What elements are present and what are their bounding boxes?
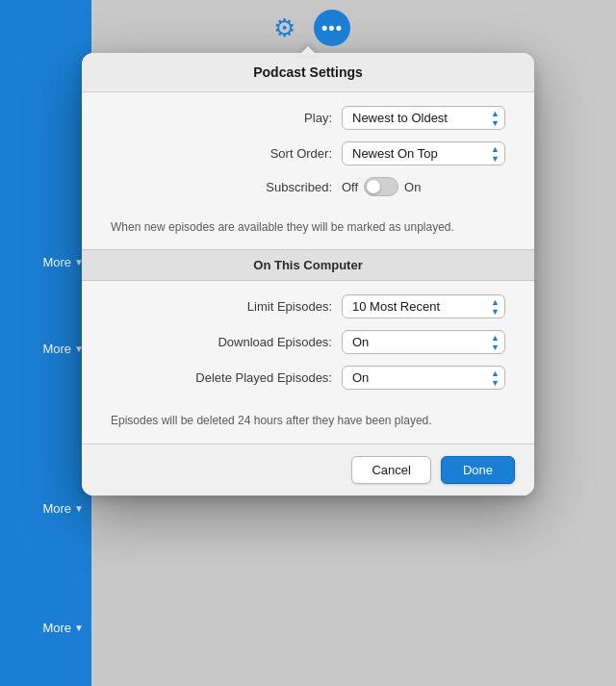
subscribed-toggle-container: Off On xyxy=(342,177,505,196)
delete-played-row: Delete Played Episodes: On Off After 24 … xyxy=(111,366,505,390)
limit-episodes-row: Limit Episodes: 10 Most Recent 5 Most Re… xyxy=(111,294,505,318)
play-label: Play: xyxy=(192,111,332,125)
download-episodes-select-wrapper: On Off ▲ ▼ xyxy=(342,330,505,354)
sidebar-item-4[interactable]: More ▼ xyxy=(0,608,91,647)
on-this-computer-header: On This Computer xyxy=(82,249,534,281)
sidebar-item-2[interactable]: More ▼ xyxy=(0,329,91,368)
download-episodes-select[interactable]: On Off xyxy=(342,330,505,354)
limit-episodes-label: Limit Episodes: xyxy=(192,299,332,314)
subscribed-row: Subscribed: Off On xyxy=(111,177,505,196)
dialog-body: Play: Newest to Oldest Oldest to Newest … xyxy=(82,92,534,495)
sort-order-label: Sort Order: xyxy=(192,146,332,161)
dialog-title: Podcast Settings xyxy=(253,64,363,80)
dialog-title-bar: Podcast Settings xyxy=(82,53,534,92)
play-select[interactable]: Newest to Oldest Oldest to Newest xyxy=(342,106,505,130)
delete-played-select[interactable]: On Off After 24 Hours xyxy=(342,366,505,390)
subscribed-off-label: Off xyxy=(342,180,358,194)
sort-order-row: Sort Order: Newest On Top Oldest On Top … xyxy=(111,141,505,165)
sidebar-item-label: More xyxy=(42,342,71,356)
sort-order-select[interactable]: Newest On Top Oldest On Top xyxy=(342,141,505,165)
subscribed-on-label: On xyxy=(404,180,421,194)
sidebar-item-label: More xyxy=(42,255,71,269)
sort-order-select-wrapper: Newest On Top Oldest On Top ▲ ▼ xyxy=(342,141,505,165)
limit-episodes-select-wrapper: 10 Most Recent 5 Most Recent 25 Most Rec… xyxy=(342,294,505,318)
chevron-icon: ▼ xyxy=(74,622,84,633)
play-row: Play: Newest to Oldest Oldest to Newest … xyxy=(111,106,505,130)
download-episodes-row: Download Episodes: On Off ▲ ▼ xyxy=(111,330,505,354)
dialog-pointer xyxy=(298,46,318,56)
top-settings-section: Play: Newest to Oldest Oldest to Newest … xyxy=(82,92,534,210)
sidebar-item-label: More xyxy=(42,621,71,635)
delete-played-label: Delete Played Episodes: xyxy=(192,370,332,385)
on-this-computer-section: Limit Episodes: 10 Most Recent 5 Most Re… xyxy=(82,281,534,403)
delete-info-text: Episodes will be deleted 24 hours after … xyxy=(82,403,534,443)
sidebar-item-1[interactable]: More ▼ xyxy=(0,242,91,281)
sidebar-item-label: More xyxy=(42,501,71,516)
toggle-thumb xyxy=(367,180,380,193)
subscribed-label: Subscribed: xyxy=(192,180,332,194)
limit-episodes-select[interactable]: 10 Most Recent 5 Most Recent 25 Most Rec… xyxy=(342,294,505,318)
cancel-button[interactable]: Cancel xyxy=(351,456,430,484)
more-icon[interactable]: ••• xyxy=(314,10,350,46)
play-select-wrapper: Newest to Oldest Oldest to Newest ▲ ▼ xyxy=(342,106,505,130)
download-episodes-label: Download Episodes: xyxy=(192,335,332,349)
podcast-settings-dialog: Podcast Settings Play: Newest to Oldest … xyxy=(82,53,534,495)
chevron-icon: ▼ xyxy=(74,503,84,514)
gear-icon[interactable]: ⚙ xyxy=(266,10,302,46)
delete-played-select-wrapper: On Off After 24 Hours ▲ ▼ xyxy=(342,366,505,390)
dialog-footer: Cancel Done xyxy=(82,444,534,495)
sidebar-item-3[interactable]: More ▼ xyxy=(0,489,91,527)
done-button[interactable]: Done xyxy=(441,456,515,484)
subscribed-info-text: When new episodes are available they wil… xyxy=(82,210,534,249)
subscribed-toggle[interactable] xyxy=(364,177,398,196)
top-icon-bar: ⚙ ••• xyxy=(266,10,350,46)
